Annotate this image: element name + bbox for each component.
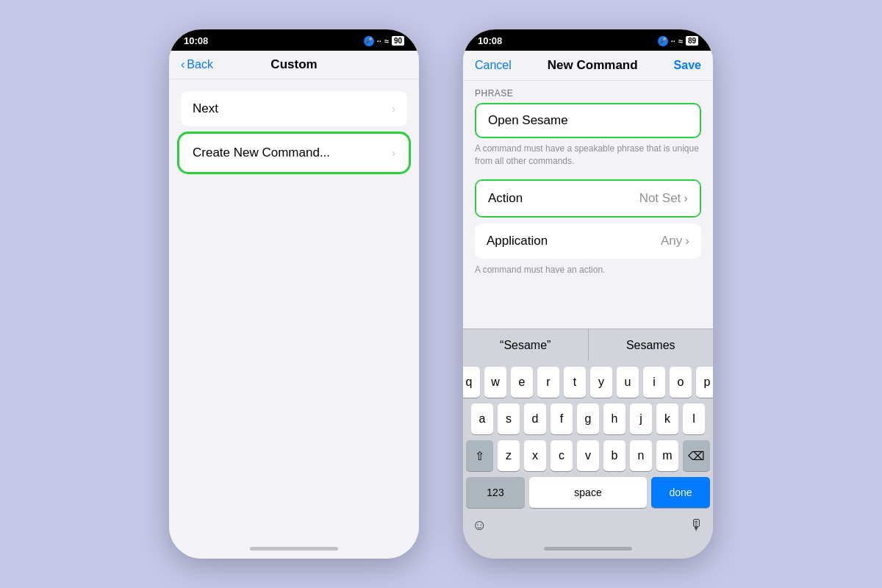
- keyboard-row-3: ⇧ z x c v b n m ⌫: [466, 440, 710, 471]
- key-t[interactable]: t: [564, 367, 586, 398]
- keyboard-row-4: 123 space done: [466, 477, 710, 508]
- key-l[interactable]: l: [683, 404, 705, 434]
- right-wifi-icon: ≈: [678, 37, 683, 46]
- save-button[interactable]: Save: [674, 59, 701, 72]
- application-section: Application Any ›: [475, 223, 701, 259]
- action-chevron-icon: ›: [684, 191, 688, 206]
- create-command-section: Create New Command... ›: [181, 135, 407, 171]
- battery: 90: [392, 36, 404, 46]
- left-status-icons: 🎤 ·· ≈ 90: [364, 36, 404, 46]
- numbers-key[interactable]: 123: [466, 477, 525, 508]
- action-hint: A command must have an action.: [463, 259, 713, 281]
- home-indicator-right: [463, 538, 713, 559]
- action-value: Not Set ›: [639, 191, 688, 206]
- key-k[interactable]: k: [656, 404, 678, 434]
- left-time: 10:08: [184, 35, 208, 46]
- key-h[interactable]: h: [603, 404, 625, 434]
- right-status-icons: 🎤 ·· ≈ 89: [658, 36, 698, 46]
- next-section: Next ›: [181, 91, 407, 126]
- autocomplete-bar: “Sesame” Sesames: [463, 329, 713, 361]
- right-time: 10:08: [478, 35, 502, 46]
- autocomplete-item-2[interactable]: Sesames: [589, 329, 714, 361]
- key-q[interactable]: q: [463, 367, 480, 398]
- action-row[interactable]: Action Not Set ›: [476, 181, 700, 216]
- right-battery: 89: [686, 36, 698, 46]
- chevron-right-icon: ›: [392, 103, 395, 115]
- application-row[interactable]: Application Any ›: [475, 223, 701, 259]
- action-not-set: Not Set: [639, 191, 681, 206]
- done-key[interactable]: done: [651, 477, 710, 508]
- right-nav-title: New Command: [548, 58, 638, 73]
- key-f[interactable]: f: [551, 404, 573, 434]
- application-any: Any: [661, 234, 682, 248]
- signal-dots: ··: [377, 37, 381, 46]
- home-bar-right: [544, 547, 632, 551]
- shift-key[interactable]: ⇧: [466, 440, 493, 471]
- right-signal-dots: ··: [671, 37, 675, 46]
- mic-icon: 🎤: [364, 36, 374, 46]
- key-g[interactable]: g: [577, 404, 599, 434]
- key-n[interactable]: n: [630, 440, 652, 471]
- key-i[interactable]: i: [643, 367, 665, 398]
- keyboard: q w e r t y u i o p a s d f g h j k l ⇧ …: [463, 361, 713, 538]
- keyboard-row-2: a s d f g h j k l: [466, 404, 710, 434]
- left-phone: 10:08 🎤 ·· ≈ 90 ‹ Back Custom Next › Cre…: [169, 29, 419, 559]
- key-v[interactable]: v: [577, 440, 599, 471]
- autocomplete-item-1[interactable]: “Sesame”: [463, 329, 589, 361]
- next-item[interactable]: Next ›: [181, 91, 407, 126]
- next-label: Next: [193, 101, 218, 116]
- key-b[interactable]: b: [603, 440, 625, 471]
- mic-keyboard-button[interactable]: 🎙: [689, 517, 704, 534]
- key-d[interactable]: d: [524, 404, 546, 434]
- space-key[interactable]: space: [529, 477, 647, 508]
- left-status-bar: 10:08 🎤 ·· ≈ 90: [169, 29, 419, 51]
- key-a[interactable]: a: [471, 404, 493, 434]
- key-y[interactable]: y: [590, 367, 612, 398]
- wifi-icon: ≈: [384, 37, 389, 46]
- right-content: PHRASE A command must have a speakable p…: [463, 81, 713, 329]
- key-o[interactable]: o: [670, 367, 692, 398]
- action-row-container: Action Not Set ›: [475, 179, 701, 218]
- phrase-label: PHRASE: [463, 81, 713, 103]
- key-e[interactable]: e: [511, 367, 533, 398]
- right-nav-bar: Cancel New Command Save: [463, 51, 713, 81]
- chevron-left-icon: ‹: [181, 58, 184, 71]
- keyboard-row-1: q w e r t y u i o p: [466, 367, 710, 398]
- key-c[interactable]: c: [551, 440, 573, 471]
- application-value: Any ›: [661, 234, 689, 248]
- key-r[interactable]: r: [537, 367, 559, 398]
- key-u[interactable]: u: [617, 367, 639, 398]
- create-new-command-item[interactable]: Create New Command... ›: [181, 135, 407, 171]
- emoji-mic-row: ☺ 🎙: [466, 514, 710, 535]
- key-x[interactable]: x: [524, 440, 546, 471]
- phrase-input-container[interactable]: [475, 103, 701, 138]
- key-j[interactable]: j: [630, 404, 652, 434]
- application-label: Application: [487, 234, 548, 248]
- key-z[interactable]: z: [498, 440, 520, 471]
- right-phone: 10:08 🎤 ·· ≈ 89 Cancel New Command Save …: [463, 29, 713, 559]
- right-status-bar: 10:08 🎤 ·· ≈ 89: [463, 29, 713, 51]
- create-command-label: Create New Command...: [193, 146, 330, 160]
- key-m[interactable]: m: [656, 440, 678, 471]
- emoji-button[interactable]: ☺: [472, 517, 487, 534]
- key-w[interactable]: w: [484, 367, 506, 398]
- chevron-right-icon-2: ›: [392, 147, 395, 159]
- back-button[interactable]: ‹ Back: [181, 58, 213, 71]
- home-bar: [250, 547, 338, 551]
- left-nav-title: Custom: [270, 57, 317, 72]
- action-label: Action: [488, 191, 523, 206]
- key-s[interactable]: s: [498, 404, 520, 434]
- back-label: Back: [187, 58, 213, 71]
- key-p[interactable]: p: [696, 367, 713, 398]
- phrase-input[interactable]: [488, 113, 688, 128]
- left-content: Next › Create New Command... ›: [169, 79, 419, 538]
- home-indicator-left: [169, 538, 419, 559]
- cancel-button[interactable]: Cancel: [475, 59, 512, 72]
- app-chevron-icon: ›: [685, 234, 689, 248]
- phrase-hint: A command must have a speakable phrase t…: [463, 138, 713, 173]
- left-nav-bar: ‹ Back Custom: [169, 51, 419, 79]
- right-mic-icon: 🎤: [658, 36, 668, 46]
- backspace-key[interactable]: ⌫: [683, 440, 710, 471]
